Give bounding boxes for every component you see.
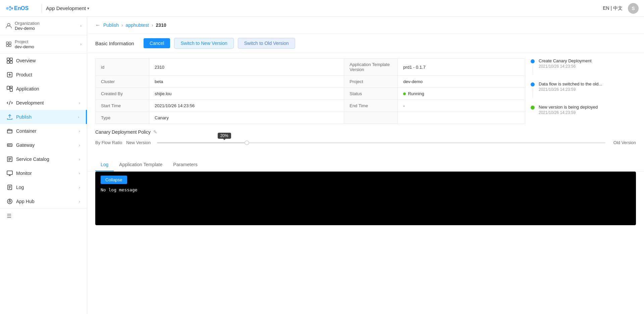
monitor-icon [7,170,13,176]
end-time-label: End Time [344,100,398,112]
id-value: 2310 [149,59,344,76]
chevron-right-icon: › [79,129,80,133]
slider-thumb[interactable] [245,140,249,145]
nav-divider [42,4,42,12]
sidebar-item-monitor[interactable]: Monitor › [0,166,87,180]
svg-point-1 [9,6,11,8]
collapse-button[interactable]: Collapse [101,176,127,184]
switch-old-version-button[interactable]: Switch to Old Version [238,38,295,49]
type-value: Canary [149,112,344,124]
sidebar-item-development[interactable]: Development › [0,96,87,110]
timeline-item-3: New version is being deployed 2021/10/26… [531,105,631,115]
app-template-value: prd1 - 0.1.7 [398,59,525,76]
top-nav: En OS App Development ▾ EN | 中文 S [0,0,644,17]
svg-rect-20 [7,130,12,133]
svg-rect-10 [9,45,11,47]
timeline-time-2: 2021/10/26 14:23:59 [539,87,602,92]
app-title[interactable]: App Development ▾ [46,5,89,11]
status-dot-icon [403,92,406,95]
breadcrumb-publish[interactable]: Publish [103,22,119,28]
created-by-label: Created By [96,88,149,100]
sidebar-item-overview[interactable]: Overview [0,54,87,68]
sidebar-item-publish[interactable]: Publish › [0,110,87,124]
edit-icon[interactable]: ✎ [153,129,157,135]
hamburger-icon[interactable]: ☰ [7,213,11,219]
svg-point-0 [6,7,9,10]
org-chevron-icon: › [80,23,82,28]
slider-track [157,142,605,143]
sidebar-item-product[interactable]: Product [0,68,87,82]
canary-header: Canary Deployment Policy ✎ [95,129,636,135]
log-area: Collapse No log message [95,172,636,225]
chevron-right-icon: › [78,115,79,119]
timeline-dot-blue [531,59,535,63]
project-selector[interactable]: Project dev-demo › [5,39,82,49]
tab-parameters[interactable]: Parameters [168,159,203,171]
svg-text:OS: OS [21,5,29,11]
svg-rect-13 [7,61,9,63]
project-chevron-icon: › [80,42,82,47]
tab-log[interactable]: Log [95,159,114,171]
tab-application-template[interactable]: Application Template [114,159,168,171]
id-label: id [96,59,149,76]
svg-point-24 [8,145,9,146]
timeline-title-3: New version is being deployed [539,105,598,110]
header-tabs: Basic Information Cancel Switch to New V… [87,34,644,53]
org-name: Dev-demo [15,26,40,31]
table-row: Cluster beta Project dev-demo [96,76,525,88]
top-nav-right: EN | 中文 S [603,3,639,14]
log-tabs: Log Application Template Parameters [87,159,644,172]
project-value: dev-demo [398,76,525,88]
breadcrumb-apphubtest[interactable]: apphubtest [126,22,149,28]
org-selector[interactable]: Organization Dev-demo › [5,21,82,31]
svg-rect-12 [10,58,12,60]
timeline-dot-blue-2 [531,82,535,86]
timeline-item-2: Data flow is switched to the old... 2021… [531,81,631,98]
sidebar-item-gateway[interactable]: Gateway › [0,138,87,152]
sidebar-item-app-hub[interactable]: App Hub › [0,194,87,208]
sidebar-item-application[interactable]: Application [0,82,87,96]
canary-policy-section: Canary Deployment Policy ✎ By Flow Ratio… [87,129,644,159]
sidebar-item-log[interactable]: Log › [0,180,87,194]
timeline-title-2: Data flow is switched to the old... [539,81,602,86]
chevron-right-icon: › [79,101,80,105]
back-button[interactable]: ← [95,22,101,28]
sidebar-footer: ☰ [0,208,87,223]
info-row: id 2310 Application Template Version prd… [87,53,644,129]
project-label: Project [344,76,398,88]
chevron-right-icon: › [79,171,80,175]
gateway-icon [7,142,13,148]
chevron-right-icon: › [79,157,80,161]
switch-new-version-button[interactable]: Switch to New Version [174,38,233,49]
cancel-button[interactable]: Cancel [144,38,170,48]
layout: Organization Dev-demo › Projec [0,17,644,314]
status-label: Status [344,88,398,100]
lang-switch[interactable]: EN | 中文 [603,5,623,11]
by-flow-label: By Flow Ratio [95,140,122,145]
sidebar-item-container[interactable]: Container › [0,124,87,138]
svg-rect-11 [7,58,9,60]
sidebar-item-service-catalog[interactable]: Service Catalog › [0,152,87,166]
canary-policy-title: Canary Deployment Policy [95,129,151,135]
svg-point-2 [11,7,13,9]
timeline-section: Create Canary Deployment 2021/10/26 14:2… [525,58,636,124]
svg-rect-17 [10,86,12,88]
status-text: Running [408,91,424,96]
timeline-item-1: Create Canary Deployment 2021/10/26 14:2… [531,58,631,75]
chevron-right-icon: › [79,185,80,189]
start-time-value: 2021/10/26 14:23:56 [149,100,344,112]
cluster-value: beta [149,76,344,88]
basic-info-tab-label: Basic Information [95,41,134,46]
chevron-right-icon: › [79,199,80,203]
main-content: ← Publish › apphubtest › 2310 Basic Info… [87,17,644,314]
svg-point-22 [9,129,10,129]
user-avatar[interactable]: S [628,3,639,14]
project-name: dev-demo [15,44,34,49]
app-icon [7,86,13,92]
info-table: id 2310 Application Template Version prd… [95,58,525,124]
slider-labels: By Flow Ratio New Version 20% Old Versio… [95,140,636,145]
chevron-right-icon: › [79,143,80,147]
enos-logo: En OS [5,4,32,13]
table-row: Created By shijie.lou Status Running [96,88,525,100]
svg-rect-16 [7,86,9,89]
